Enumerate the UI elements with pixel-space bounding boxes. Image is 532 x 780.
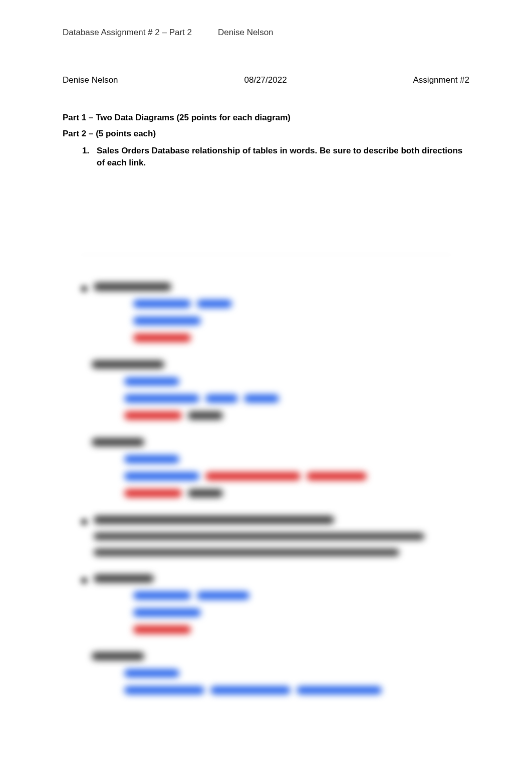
question-1: Sales Orders Database relationship of ta… <box>92 145 469 169</box>
blur-text <box>205 472 301 480</box>
blur-text <box>197 300 232 308</box>
blur-text <box>94 283 171 291</box>
header-author: Denise Nelson <box>218 28 469 38</box>
blur-text <box>244 395 279 403</box>
blur-block <box>72 516 460 560</box>
blur-text <box>94 574 154 582</box>
blur-text <box>307 472 367 480</box>
blur-bullet <box>81 518 88 525</box>
blur-text <box>188 412 223 420</box>
blur-text <box>124 455 179 463</box>
blur-text <box>188 489 223 497</box>
blur-block <box>72 574 460 638</box>
blur-divider <box>82 254 450 255</box>
page-header: Database Assignment # 2 – Part 2 Denise … <box>63 28 469 38</box>
header-title: Database Assignment # 2 – Part 2 <box>63 28 218 38</box>
blur-block <box>72 283 460 346</box>
blur-text <box>133 626 191 634</box>
blur-text <box>133 317 201 325</box>
document-meta-row: Denise Nelson 08/27/2022 Assignment #2 <box>63 75 469 85</box>
blur-text <box>133 592 191 600</box>
blur-block <box>72 360 460 424</box>
blur-block <box>72 438 460 502</box>
blur-text <box>124 669 179 677</box>
blur-text <box>133 300 191 308</box>
blur-bullet <box>81 577 88 584</box>
part2-heading: Part 2 – (5 points each) <box>63 129 469 139</box>
student-name: Denise Nelson <box>63 75 118 85</box>
blurred-content-preview <box>63 254 469 699</box>
document-date: 08/27/2022 <box>244 75 287 85</box>
blur-text <box>124 377 179 385</box>
blur-text <box>297 686 382 694</box>
blur-text <box>124 686 204 694</box>
blur-text <box>133 609 201 617</box>
blur-text <box>94 533 424 540</box>
blur-text <box>124 412 182 420</box>
assignment-number: Assignment #2 <box>413 75 469 85</box>
blur-text <box>92 438 144 446</box>
blur-text <box>92 360 164 368</box>
blur-bullet <box>81 285 88 292</box>
blur-text <box>205 395 238 403</box>
blur-text <box>124 472 199 480</box>
blur-text <box>133 334 191 342</box>
blur-text <box>210 686 291 694</box>
blur-text <box>94 516 334 524</box>
blur-text <box>92 652 144 660</box>
blur-block <box>72 652 460 699</box>
questions-list: Sales Orders Database relationship of ta… <box>63 145 469 169</box>
part1-heading: Part 1 – Two Data Diagrams (25 points fo… <box>63 113 469 123</box>
blur-text <box>197 592 249 600</box>
blur-text <box>124 489 182 497</box>
blur-text <box>124 395 199 403</box>
blur-text <box>94 549 399 556</box>
